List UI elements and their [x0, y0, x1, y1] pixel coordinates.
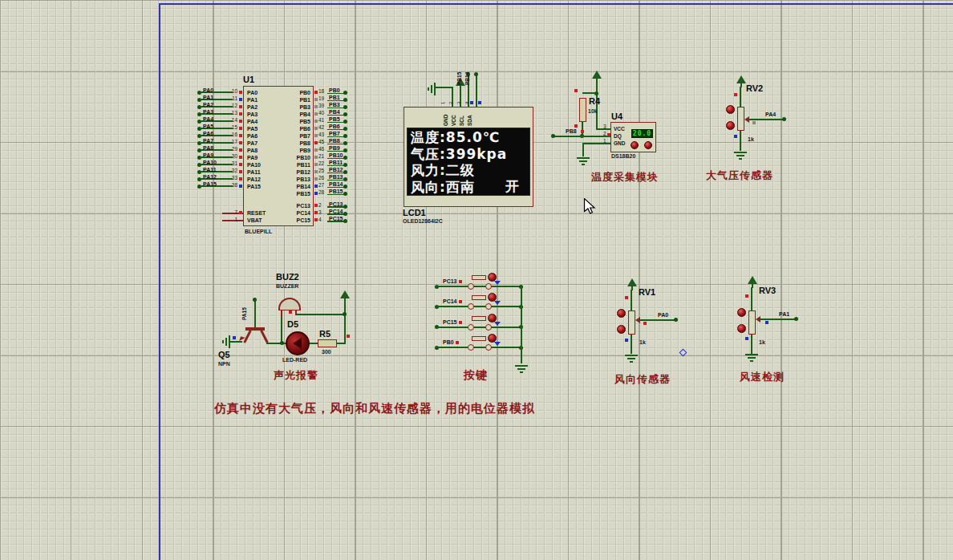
annotation-note: 仿真中没有大气压，风向和风速传感器，用的电位器模拟	[214, 401, 535, 416]
wire	[436, 306, 521, 307]
junction-dot	[794, 317, 798, 321]
ground-icon	[515, 365, 528, 375]
keys-rows: PC13PC14PC15PB0	[0, 0, 953, 560]
net-label: PA0	[658, 312, 668, 318]
push-button[interactable]	[472, 336, 486, 341]
wire	[436, 327, 521, 328]
ground-icon	[625, 355, 638, 364]
rv3-down-knob[interactable]	[737, 324, 746, 333]
pin-state	[459, 300, 462, 303]
rv3-up-knob[interactable]	[737, 308, 746, 317]
button-terminal	[485, 324, 492, 331]
wire	[436, 347, 521, 348]
power-icon	[627, 278, 637, 290]
pin-state	[456, 341, 459, 344]
button-terminal	[468, 303, 474, 310]
net-label: PA1	[779, 311, 789, 317]
rv1-down-knob[interactable]	[617, 325, 626, 334]
button-terminal	[468, 344, 474, 351]
wire	[751, 335, 752, 354]
button-terminal	[485, 283, 492, 290]
wire	[436, 286, 521, 287]
pin-state	[459, 321, 462, 324]
pin-state	[625, 296, 628, 299]
schematic-canvas[interactable]: U1 BLUEPILL PA010PA111PA212PA313PA414PA5…	[0, 0, 953, 560]
rv1-pot-body[interactable]	[628, 310, 635, 335]
button-terminal	[485, 303, 492, 310]
actuator-arrow-icon	[494, 301, 501, 305]
net-label: PC14	[443, 298, 462, 304]
button-terminal	[468, 283, 474, 290]
net-label: PB0	[443, 339, 459, 345]
section-label-wind-dir: 风向传感器	[614, 372, 671, 387]
rv3-ref: RV3	[759, 286, 776, 295]
junction-dot	[674, 318, 678, 322]
mouse-cursor	[583, 198, 596, 214]
wire	[631, 290, 632, 310]
net-label: PC13	[443, 278, 462, 284]
ground-icon	[745, 354, 758, 363]
pin-state	[643, 322, 647, 325]
rv1-up-knob[interactable]	[617, 309, 626, 318]
pin-state	[745, 294, 748, 298]
push-button[interactable]	[472, 275, 486, 280]
wire	[760, 319, 796, 320]
actuator-arrow-icon	[494, 342, 501, 346]
wire	[521, 286, 522, 363]
push-button[interactable]	[472, 295, 486, 300]
push-button[interactable]	[472, 316, 486, 321]
section-label-keys: 按键	[464, 368, 488, 383]
actuator-arrow-icon	[494, 322, 501, 326]
pin-state	[745, 337, 748, 340]
actuator-arrow-icon	[494, 281, 501, 285]
net-label: PC15	[443, 319, 462, 325]
power-icon	[748, 276, 757, 288]
pin-state	[765, 321, 768, 324]
pin-state	[625, 339, 628, 342]
pin-state	[459, 280, 462, 283]
button-terminal	[468, 324, 474, 331]
rv1-value: 1k	[639, 339, 646, 345]
wire	[631, 335, 632, 354]
button-terminal	[485, 344, 492, 351]
rv3-value: 1k	[759, 339, 765, 345]
rv3-pot-body[interactable]	[748, 310, 756, 335]
rv1-ref: RV1	[639, 287, 655, 297]
wire	[640, 319, 675, 321]
wire	[751, 287, 752, 310]
section-label-wind-speed: 风速检测	[740, 370, 785, 384]
